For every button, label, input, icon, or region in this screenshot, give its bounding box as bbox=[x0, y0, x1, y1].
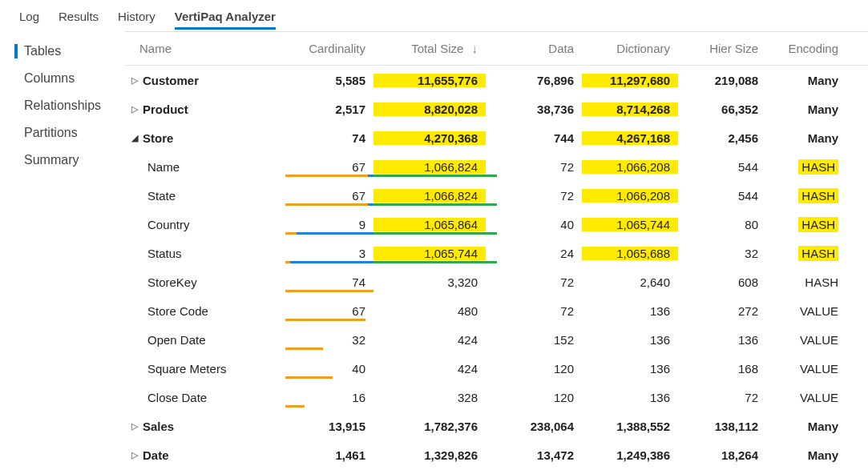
cell-tsz: 480 bbox=[373, 304, 486, 318]
expand-icon[interactable]: ▷ bbox=[128, 74, 141, 86]
cell-data: 152 bbox=[486, 333, 582, 347]
cell-data: 13,472 bbox=[486, 448, 582, 462]
table-row[interactable]: Open Date 32 424 152 136 136 VALUE bbox=[125, 325, 868, 354]
cell-dic: 1,249,386 bbox=[582, 448, 678, 462]
expand-icon[interactable]: ▷ bbox=[128, 448, 141, 461]
col-cardinality[interactable]: Cardinality bbox=[285, 42, 373, 55]
cell-enc: Many bbox=[766, 131, 846, 145]
cell-hier: 136 bbox=[678, 333, 766, 347]
cell-hier: 2,456 bbox=[678, 131, 766, 145]
cell-hier: 18,264 bbox=[678, 448, 766, 462]
cell-dic: 4,267,168 bbox=[582, 131, 678, 145]
table-row[interactable]: StoreKey 74 3,320 72 2,640 608 HASH bbox=[125, 267, 868, 296]
table-row[interactable]: ◢ Store 74 4,270,368 744 4,267,168 2,456… bbox=[125, 123, 868, 152]
table-row[interactable]: State 67 1,066,824 72 1,066,208 544 HASH bbox=[125, 181, 868, 210]
cell-tsz: 1,065,744 bbox=[373, 247, 486, 260]
cell-hier: 72 bbox=[678, 391, 766, 404]
tab-vertipaq-analyzer[interactable]: VertiPaq Analyzer bbox=[167, 5, 284, 31]
cell-card: 74 bbox=[285, 131, 373, 145]
cell-data: 40 bbox=[486, 218, 582, 231]
grid-header: Name Cardinality Total Size ↓ Data Dicti… bbox=[125, 32, 868, 66]
sidebar-item-tables[interactable]: Tables bbox=[0, 38, 125, 65]
cell-tsz: 424 bbox=[373, 333, 486, 347]
databar bbox=[285, 203, 373, 206]
row-name: Close Date bbox=[147, 391, 207, 404]
cell-enc: HASH bbox=[766, 159, 846, 175]
table-row[interactable]: Store Code 67 480 72 136 272 VALUE bbox=[125, 296, 868, 325]
databar bbox=[285, 261, 373, 263]
cell-dic: 1,065,744 bbox=[582, 218, 678, 231]
cell-tsz: 1,066,824 bbox=[373, 160, 486, 174]
row-name: StoreKey bbox=[147, 275, 197, 289]
cell-enc: HASH bbox=[766, 217, 846, 232]
table-row[interactable]: Country 9 1,065,864 40 1,065,744 80 HASH bbox=[125, 210, 868, 239]
cell-hier: 168 bbox=[678, 362, 766, 376]
expand-icon[interactable]: ▷ bbox=[128, 102, 141, 115]
sidebar-item-relationships[interactable]: Relationships bbox=[0, 92, 125, 119]
databar bbox=[285, 175, 373, 177]
cell-tsz: 8,820,028 bbox=[373, 102, 486, 116]
table-row[interactable]: Square Meters 40 424 120 136 168 VALUE bbox=[125, 354, 868, 383]
table-row[interactable]: Status 3 1,065,744 24 1,065,688 32 HASH bbox=[125, 239, 868, 267]
databar bbox=[285, 232, 373, 235]
sort-desc-icon: ↓ bbox=[472, 42, 478, 55]
table-row[interactable]: ▷ Date 1,461 1,329,826 13,472 1,249,386 … bbox=[125, 440, 868, 469]
cell-dic: 1,065,688 bbox=[582, 247, 678, 260]
table-row[interactable]: ▷ Product 2,517 8,820,028 38,736 8,714,2… bbox=[125, 94, 868, 123]
col-dictionary[interactable]: Dictionary bbox=[582, 42, 678, 55]
cell-card: 67 bbox=[285, 160, 373, 174]
col-total-size[interactable]: Total Size ↓ bbox=[373, 42, 486, 55]
cell-enc: Many bbox=[766, 102, 846, 116]
col-data[interactable]: Data bbox=[486, 42, 582, 55]
cell-hier: 138,112 bbox=[678, 420, 766, 433]
expand-icon[interactable]: ▷ bbox=[128, 420, 141, 432]
cell-card: 9 bbox=[285, 218, 373, 231]
row-name: Store Code bbox=[147, 304, 208, 318]
cell-enc: VALUE bbox=[766, 362, 846, 376]
sidebar-item-columns[interactable]: Columns bbox=[0, 65, 125, 92]
row-name: Country bbox=[147, 218, 190, 231]
row-name: Store bbox=[143, 131, 173, 145]
cell-enc: HASH bbox=[766, 188, 846, 203]
collapse-icon[interactable]: ◢ bbox=[128, 131, 141, 144]
cell-dic: 136 bbox=[582, 333, 678, 347]
col-total-size-label: Total Size bbox=[411, 42, 463, 55]
cell-data: 38,736 bbox=[486, 102, 582, 116]
cell-enc: Many bbox=[766, 420, 846, 433]
databar bbox=[285, 347, 373, 350]
tab-log[interactable]: Log bbox=[11, 5, 47, 31]
cell-data: 76,896 bbox=[486, 74, 582, 87]
sidebar-item-partitions[interactable]: Partitions bbox=[0, 119, 125, 147]
cell-card: 74 bbox=[285, 275, 373, 289]
cell-tsz: 11,655,776 bbox=[373, 74, 486, 87]
cell-dic: 11,297,680 bbox=[582, 74, 678, 87]
table-row[interactable]: ▷ Sales 13,915 1,782,376 238,064 1,388,5… bbox=[125, 412, 868, 440]
cell-card: 3 bbox=[285, 247, 373, 260]
cell-enc: Many bbox=[766, 74, 846, 87]
cell-hier: 66,352 bbox=[678, 102, 766, 116]
sidebar-item-summary[interactable]: Summary bbox=[0, 147, 125, 174]
row-name: State bbox=[147, 189, 176, 203]
cell-hier: 544 bbox=[678, 189, 766, 203]
cell-dic: 2,640 bbox=[582, 275, 678, 289]
cell-tsz: 3,320 bbox=[373, 275, 486, 289]
cell-enc: HASH bbox=[766, 275, 846, 289]
cell-enc: Many bbox=[766, 448, 846, 462]
cell-dic: 1,388,552 bbox=[582, 420, 678, 433]
sidebar: Tables Columns Relationships Partitions … bbox=[0, 31, 125, 469]
cell-card: 13,915 bbox=[285, 420, 373, 433]
table-row[interactable]: ▷ Customer 5,585 11,655,776 76,896 11,29… bbox=[125, 66, 868, 94]
cell-tsz: 424 bbox=[373, 362, 486, 376]
table-row[interactable]: Name 67 1,066,824 72 1,066,208 544 HASH bbox=[125, 152, 868, 181]
databar bbox=[285, 376, 373, 379]
table-row[interactable]: Close Date 16 328 120 136 72 VALUE bbox=[125, 383, 868, 412]
row-name: Customer bbox=[143, 74, 199, 87]
col-hier-size[interactable]: Hier Size bbox=[678, 42, 766, 55]
tab-history[interactable]: History bbox=[110, 5, 164, 31]
row-name: Sales bbox=[143, 420, 174, 433]
cell-data: 744 bbox=[486, 131, 582, 145]
cell-tsz: 1,065,864 bbox=[373, 218, 486, 231]
tab-results[interactable]: Results bbox=[50, 5, 107, 31]
col-name[interactable]: Name bbox=[125, 42, 285, 55]
col-encoding[interactable]: Encoding bbox=[766, 42, 846, 55]
